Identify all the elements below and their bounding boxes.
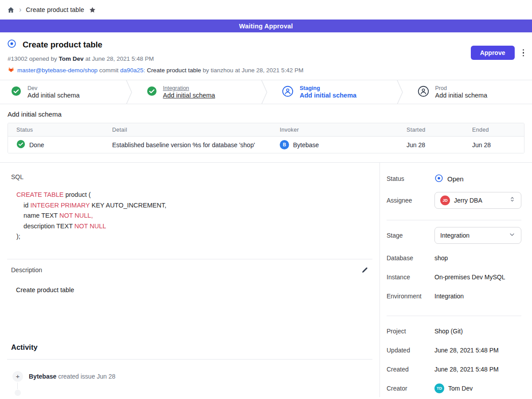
project-label: Project — [387, 328, 434, 335]
sql-code: CREATE TABLE product ( id INTEGER PRIMAR… — [16, 190, 372, 242]
description-text: Create product table — [16, 286, 372, 293]
instance-value: On-premises Dev MySQL — [434, 274, 505, 281]
stage-separator-icon — [261, 80, 271, 104]
assignee-select[interactable]: JD Jerry DBA — [434, 192, 521, 209]
plus-icon: + — [12, 371, 23, 382]
column-ended: Ended — [464, 127, 524, 133]
task-detail-cell: Established baseline version %s for data… — [104, 141, 271, 149]
divider — [7, 359, 372, 360]
vcs-branch-link[interactable]: master@bytebase-demo/shop — [17, 67, 98, 74]
stage-done-icon — [11, 86, 21, 98]
divider — [7, 259, 372, 259]
stage-done-icon — [147, 86, 157, 98]
issue-body: SQL CREATE TABLE product ( id INTEGER PR… — [0, 162, 532, 397]
task-table-header: Status Detail Invoker Started Ended — [8, 123, 524, 137]
stage-pending-person-icon — [418, 86, 429, 99]
home-icon[interactable] — [7, 6, 15, 14]
vcs-commit-text: master@bytebase-demo/shop commit da90a25… — [17, 67, 304, 74]
table-row[interactable]: Done Established baseline version %s for… — [8, 137, 524, 153]
activity-text: Bytebase created issue Jun 28 — [29, 373, 115, 380]
stage-prod[interactable]: ProdAdd initial schema — [407, 80, 532, 104]
stage-env-label: Dev — [27, 85, 80, 91]
assignee-name: Jerry DBA — [454, 197, 505, 204]
pipeline-stage-bar: DevAdd initial schema IntegrationAdd ini… — [0, 80, 532, 104]
approve-button[interactable]: Approve — [471, 46, 515, 60]
approval-banner: Waiting Approval — [0, 20, 532, 32]
chevron-down-icon — [509, 231, 516, 240]
issue-meta: #13002 opened by Tom Dev at June 28, 202… — [8, 55, 525, 62]
stage-separator-icon — [126, 80, 136, 104]
timeline-connector — [17, 383, 18, 389]
breadcrumb-current[interactable]: Create product table — [26, 6, 84, 13]
vcs-commit-link[interactable]: da90a25: — [120, 67, 145, 74]
divider — [387, 316, 521, 316]
stage-env-label: Prod — [435, 85, 488, 91]
vcs-commit-line: master@bytebase-demo/shop commit da90a25… — [8, 66, 525, 74]
task-section: Add initial schema Status Detail Invoker… — [0, 104, 532, 162]
stage-task-label: Add initial schema — [435, 92, 488, 99]
database-label: Database — [387, 254, 434, 262]
timeline-node — [15, 390, 21, 396]
bytebase-issue-page: › Create product table Waiting Approval … — [0, 0, 532, 399]
updated-label: Updated — [387, 347, 434, 354]
done-check-icon — [16, 140, 25, 150]
stage-label: Stage — [387, 232, 434, 239]
issue-author: Tom Dev — [59, 55, 84, 62]
created-label: Created — [387, 366, 434, 373]
approval-banner-text: Waiting Approval — [239, 23, 293, 30]
project-value: Shop (Git) — [434, 328, 463, 335]
environment-label: Environment — [387, 293, 434, 300]
task-section-title: Add initial schema — [8, 110, 524, 118]
assignee-label: Assignee — [387, 197, 434, 204]
stage-task-label: Add initial schema — [163, 92, 215, 99]
stage-separator-icon — [397, 80, 407, 104]
status-value: Open — [434, 174, 464, 184]
stage-task-label: Add initial schema — [300, 92, 356, 99]
column-detail: Detail — [104, 127, 271, 133]
gitlab-icon — [8, 66, 15, 74]
column-status: Status — [8, 127, 104, 133]
breadcrumb: › Create product table — [0, 0, 532, 20]
bytebase-avatar: B — [280, 140, 289, 149]
star-icon[interactable] — [89, 6, 96, 14]
stage-dev[interactable]: DevAdd initial schema — [0, 80, 126, 104]
issue-header: Create product table #13002 opened by To… — [0, 32, 532, 80]
stage-task-label: Add initial schema — [27, 92, 80, 99]
divider — [387, 220, 521, 220]
updated-value: June 28, 2021 5:48 PM — [434, 347, 499, 354]
left-column: SQL CREATE TABLE product ( id INTEGER PR… — [0, 163, 379, 397]
stage-integration[interactable]: IntegrationAdd initial schema — [136, 80, 262, 104]
creator-avatar: TD — [434, 383, 444, 393]
task-status-cell: Done — [8, 140, 104, 150]
task-table: Status Detail Invoker Started Ended Done… — [8, 123, 524, 153]
stage-env-label: Integration — [163, 85, 215, 91]
kebab-menu-icon[interactable] — [521, 47, 526, 59]
open-status-icon — [434, 174, 443, 184]
instance-label: Instance — [387, 274, 434, 281]
edit-pencil-icon[interactable] — [361, 266, 368, 274]
task-ended-cell: Jun 28 — [464, 141, 524, 149]
stage-pending-person-icon — [282, 86, 293, 99]
activity-title: Activity — [11, 343, 372, 352]
creator-label: Creator — [387, 385, 434, 392]
column-invoker: Invoker — [271, 127, 398, 133]
task-started-cell: Jun 28 — [398, 141, 464, 149]
breadcrumb-separator-icon: › — [19, 6, 21, 13]
created-value: June 28, 2021 5:48 PM — [434, 366, 499, 373]
task-invoker-cell: B Bytebase — [271, 140, 398, 149]
page-title: Create product table — [23, 40, 102, 50]
unfold-icon — [509, 196, 516, 205]
database-value: shop — [434, 254, 448, 262]
issue-open-icon — [7, 39, 16, 50]
stage-select[interactable]: Integration — [434, 227, 521, 244]
issue-sidebar: Status Open Assignee JD Jerry DBA — [379, 163, 532, 397]
environment-value: Integration — [434, 293, 464, 300]
stage-staging[interactable]: StagingAdd initial schema — [271, 80, 397, 104]
activity-item: + Bytebase created issue Jun 28 — [12, 371, 372, 382]
sql-label: SQL — [11, 173, 372, 180]
status-label: Status — [387, 175, 434, 182]
stage-env-label: Staging — [300, 85, 356, 91]
column-started: Started — [398, 127, 464, 133]
creator-value: TD Tom Dev — [434, 383, 473, 393]
description-label: Description — [11, 266, 42, 274]
